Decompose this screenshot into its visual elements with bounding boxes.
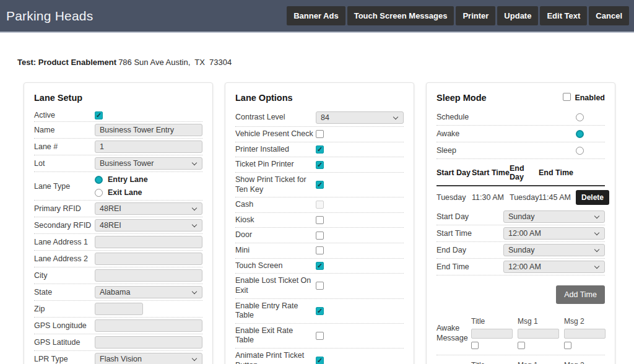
toolbar-button-edit-text[interactable]: Edit Text [540,6,587,25]
field-row-kiosk: Kiosk [235,213,404,228]
radio-label: Exit Lane [108,188,142,197]
enable-entry-rate-table-checkbox[interactable]: ✓ [316,307,324,315]
toolbar-button-banner-ads[interactable]: Banner Ads [287,6,345,25]
enable-exit-rate-table-checkbox[interactable] [316,332,324,340]
radio-label: Entry Lane [108,175,148,184]
enable-lost-ticket-on-exit-checkbox[interactable] [316,282,324,290]
select-value: 48REI [100,221,121,230]
field-control: 48REI [95,202,202,215]
start-time-select[interactable]: 12:00 AM [503,227,605,240]
schedule-column-header: Start Time [472,168,510,177]
field-row-mini: Mini [235,243,404,259]
vehicle-present-check-checkbox[interactable] [316,130,324,138]
field-label: State [34,288,95,297]
chevron-down-icon [594,246,599,251]
lane-input[interactable]: 1 [95,141,202,153]
sleep-mode-header: Sleep Mode Enabled [436,93,605,103]
field-label: Lane # [34,142,95,151]
toolbar-button-touch-screen-messages[interactable]: Touch Screen Messages [347,6,454,25]
show-print-ticket-for-ten-key-checkbox[interactable]: ✓ [316,181,324,189]
lpr-type-select[interactable]: Flash Vision [95,353,202,364]
lane-address-1-input[interactable] [95,236,202,248]
sleep-radio[interactable] [576,147,584,155]
toolbar-button-printer[interactable]: Printer [456,6,495,25]
field-label: Ticket Pin Printer [235,160,316,170]
animate-print-ticket-button-checkbox[interactable]: ✓ [316,357,324,364]
site-address: 786 Sun Ave Austin, TX 73304 [118,58,232,67]
sleep-schedule-table: Start DayStart TimeEnd DayEnd TimeTuesda… [436,159,605,209]
field-control: 12:00 AM [503,227,605,240]
enabled-toggle[interactable]: Enabled [563,93,605,103]
add-time-button[interactable]: Add Time [556,285,605,304]
message-column-header: Msg 2 [564,361,606,364]
zip-input[interactable] [95,303,143,315]
message-columns: TitleMsg 1Msg 2 [471,317,606,349]
name-input[interactable]: Business Tower Entry [95,124,202,136]
sleep-mode-option-label: Awake [436,129,459,138]
message-columns: TitleMsg 1Msg 2 [471,361,606,364]
toolbar: Banner AdsTouch Screen MessagesPrinterUp… [287,6,629,25]
printer-installed-checkbox[interactable]: ✓ [316,145,324,154]
end-day-select[interactable]: Sunday [503,244,605,256]
schedule-column-header: End Time [539,168,576,177]
awake-message-title-checkbox[interactable] [471,342,479,349]
enabled-checkbox[interactable] [563,93,571,101]
awake-message-msg-1-checkbox[interactable] [518,342,525,349]
state-select[interactable]: Alabama [95,286,202,298]
sleep-messages: Awake MessageTitleMsg 1Msg 2Sleep Messag… [436,311,605,364]
awake-message-msg-2-checkbox[interactable] [564,342,571,349]
lane-address-2-input[interactable] [95,253,202,265]
field-control: Business Tower Entry [95,124,202,136]
awake-message-title-input[interactable] [471,329,513,339]
field-label: Vehicle Present Check [235,129,316,139]
awake-message-msg-1-input[interactable] [518,329,559,339]
kiosk-checkbox[interactable] [316,216,324,224]
field-row-primary-rfid: Primary RFID48REI [34,201,202,217]
primary-rfid-select[interactable]: 48REI [95,202,202,215]
field-label: City [34,271,95,280]
chevron-down-icon [192,205,197,210]
active-checkbox[interactable]: ✓ [95,111,103,119]
radio-option-exit-lane[interactable]: Exit Lane [95,188,148,197]
awake-message-msg-2-input[interactable] [564,329,606,339]
radio-option-entry-lane[interactable]: Entry Lane [95,175,148,184]
field-control: ✓ [316,262,404,270]
field-control: Sunday [503,210,605,223]
gps-longitude-input[interactable] [95,319,202,332]
start-day-select[interactable]: Sunday [503,210,605,223]
field-label: Active [34,111,95,119]
exit-lane-radio[interactable] [95,189,103,197]
gps-latitude-input[interactable] [95,336,202,349]
mini-checkbox[interactable] [316,246,324,254]
entry-lane-radio[interactable] [95,176,103,184]
field-row-lane: Lane #1 [34,139,202,155]
touch-screen-checkbox[interactable]: ✓ [316,262,324,270]
field-row-lane-address-2: Lane Address 2 [34,251,202,267]
chevron-down-icon [192,288,197,293]
sleep-mode-row-schedule: Schedule [436,109,605,126]
end-time-select[interactable]: 12:00 AM [503,261,605,273]
ticket-pin-printer-checkbox[interactable]: ✓ [316,161,324,169]
contrast-level-select[interactable]: 84 [316,111,404,124]
field-label: Lot [34,159,95,168]
schedule-cell: 11:45 AM [539,193,576,202]
secondary-rfid-select[interactable]: 48REI [95,219,202,232]
schedule-radio[interactable] [576,113,584,121]
delete-button[interactable]: Delete [576,190,609,205]
checkmark-icon: ✓ [317,262,323,269]
panel-title-lane-options: Lane Options [235,93,404,103]
field-control: 12:00 AM [503,261,605,273]
awake-radio[interactable] [576,130,584,138]
door-checkbox[interactable] [316,232,324,240]
field-control: Sunday [503,244,605,256]
field-control: Entry LaneExit Lane [95,174,202,198]
panel-sleep-mode: Sleep Mode Enabled ScheduleAwakeSleep St… [426,82,615,364]
city-input[interactable] [95,269,202,282]
lot-select[interactable]: Business Tower [95,157,202,170]
message-column-header: Msg 1 [518,361,559,364]
field-label: Enable Lost Ticket On Exit [235,276,316,295]
toolbar-button-update[interactable]: Update [497,6,538,25]
message-column-header: Title [471,317,513,326]
toolbar-button-cancel[interactable]: Cancel [589,6,629,25]
schedule-column-header: End Day [510,164,539,181]
